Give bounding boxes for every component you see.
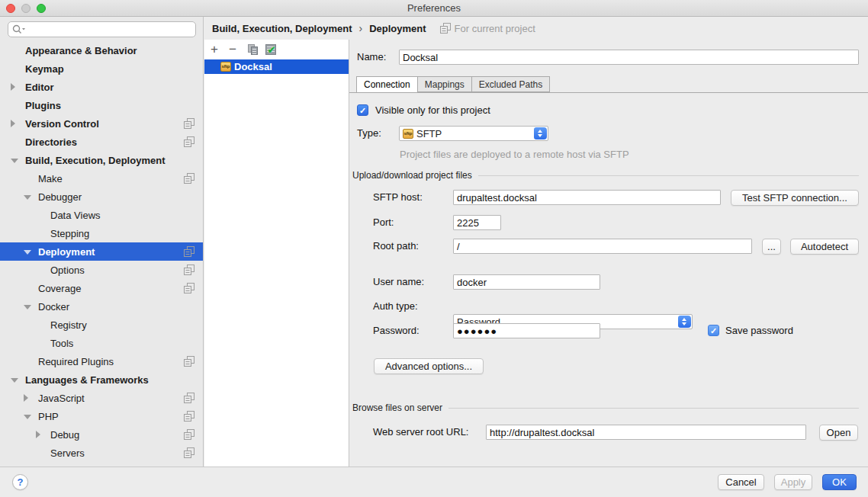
type-select[interactable]: sftp SFTP: [399, 126, 548, 141]
sidebar-item-docker[interactable]: Docker: [0, 297, 203, 316]
sidebar-item-keymap[interactable]: Keymap: [0, 59, 203, 78]
sidebar-item-version-control[interactable]: Version Control: [0, 114, 203, 133]
sidebar-item-debug[interactable]: Debug: [0, 425, 203, 444]
save-password-checkbox[interactable]: ✓: [708, 325, 719, 336]
copy-server-icon[interactable]: [248, 44, 258, 55]
sidebar-item-servers[interactable]: Servers: [0, 444, 203, 462]
sidebar-item-registry[interactable]: Registry: [0, 316, 203, 334]
browse-root-path-button[interactable]: ...: [762, 239, 781, 255]
preferences-window: Preferences Appearance & BehaviorKeymapE…: [0, 0, 868, 497]
sftp-icon: sftp: [403, 129, 413, 139]
breadcrumb-item-parent[interactable]: Build, Execution, Deployment: [212, 23, 352, 34]
sidebar-item-label: Editor: [25, 82, 54, 93]
scope-label: For current project: [455, 23, 535, 34]
add-server-button[interactable]: +: [206, 42, 223, 57]
password-label: Password:: [373, 323, 420, 338]
sidebar-tree: Appearance & BehaviorKeymapEditorPlugins…: [0, 41, 203, 462]
sftp-host-input[interactable]: [453, 190, 721, 205]
down-arrow-icon[interactable]: [24, 415, 31, 419]
upload-group-header: Upload/download project files: [352, 170, 859, 181]
user-name-input[interactable]: [453, 274, 600, 290]
help-button[interactable]: ?: [12, 474, 28, 490]
search-input[interactable]: [8, 21, 196, 37]
sidebar-item-label: Data Views: [50, 210, 101, 221]
sidebar-item-data-views[interactable]: Data Views: [0, 206, 203, 224]
upload-group-title: Upload/download project files: [352, 170, 472, 181]
sidebar-item-javascript[interactable]: JavaScript: [0, 389, 203, 407]
sidebar-item-tools[interactable]: Tools: [0, 334, 203, 352]
tab-mappings[interactable]: Mappings: [418, 76, 471, 92]
scope-indicator: For current project: [440, 23, 535, 34]
down-arrow-icon[interactable]: [11, 378, 18, 383]
ok-button[interactable]: OK: [822, 474, 857, 490]
sidebar-item-options[interactable]: Options: [0, 261, 203, 279]
cancel-button[interactable]: Cancel: [718, 474, 764, 490]
server-list-item-docksal[interactable]: sftpDocksal: [204, 59, 349, 74]
sidebar-item-debugger[interactable]: Debugger: [0, 188, 203, 206]
root-path-label: Root path:: [373, 239, 419, 254]
breadcrumb-item-current: Deployment: [369, 23, 426, 34]
sidebar-item-label: Deployment: [38, 246, 95, 258]
per-project-icon: [184, 265, 194, 275]
autodetect-button[interactable]: Autodetect: [790, 239, 859, 255]
server-item-label: Docksal: [234, 61, 272, 72]
web-root-input[interactable]: [486, 425, 806, 440]
sidebar-item-languages-frameworks[interactable]: Languages & Frameworks: [0, 370, 203, 389]
visible-only-checkbox[interactable]: ✓: [357, 104, 368, 116]
password-input[interactable]: [453, 323, 600, 338]
set-default-server-icon[interactable]: ✔: [265, 44, 276, 55]
per-project-icon: [184, 393, 194, 403]
port-label: Port:: [373, 215, 394, 230]
down-arrow-icon[interactable]: [24, 195, 31, 200]
user-name-label: User name:: [373, 274, 424, 290]
group-divider: [448, 408, 859, 409]
sidebar-item-directories[interactable]: Directories: [0, 133, 203, 151]
remove-server-button[interactable]: −: [224, 42, 241, 57]
root-path-input[interactable]: [453, 239, 752, 254]
title-bar: Preferences: [0, 0, 868, 17]
window-title: Preferences: [0, 2, 868, 14]
tab-connection[interactable]: Connection: [356, 76, 418, 93]
per-project-icon: [184, 246, 194, 257]
sftp-host-label: SFTP host:: [373, 190, 423, 205]
right-arrow-icon[interactable]: [24, 394, 28, 402]
apply-button[interactable]: Apply: [774, 474, 812, 490]
per-project-icon: [184, 356, 194, 367]
down-arrow-icon[interactable]: [24, 305, 31, 309]
open-url-button[interactable]: Open: [819, 425, 858, 441]
dialog-footer: ? Cancel Apply OK: [0, 467, 868, 497]
right-arrow-icon[interactable]: [11, 120, 15, 127]
sidebar-item-deployment[interactable]: Deployment: [0, 242, 203, 261]
type-value: SFTP: [416, 128, 442, 139]
per-project-icon: [184, 173, 194, 184]
down-arrow-icon[interactable]: [11, 159, 18, 163]
per-project-icon: [184, 447, 194, 458]
tab-excluded-paths[interactable]: Excluded Paths: [471, 76, 550, 92]
name-input[interactable]: [399, 50, 859, 65]
sidebar-item-label: Debugger: [38, 191, 82, 203]
sidebar-item-editor[interactable]: Editor: [0, 78, 203, 96]
port-input[interactable]: [453, 215, 501, 230]
sidebar-item-required-plugins[interactable]: Required Plugins: [0, 352, 203, 370]
sidebar-item-php[interactable]: PHP: [0, 407, 203, 425]
sidebar-item-label: Languages & Frameworks: [25, 374, 149, 386]
down-arrow-icon[interactable]: [24, 250, 31, 255]
sidebar-item-label: Debug: [50, 429, 79, 441]
sidebar-item-make[interactable]: Make: [0, 169, 203, 188]
test-sftp-connection-button[interactable]: Test SFTP connection...: [731, 190, 859, 206]
sidebar-item-coverage[interactable]: Coverage: [0, 279, 203, 297]
server-list-toolbar: + − ✔: [204, 40, 349, 59]
sidebar-item-stepping[interactable]: Stepping: [0, 224, 203, 242]
sidebar-item-label: PHP: [38, 411, 59, 422]
right-arrow-icon[interactable]: [11, 83, 15, 91]
sidebar-item-plugins[interactable]: Plugins: [0, 96, 203, 114]
sidebar-item-label: JavaScript: [38, 393, 85, 404]
stepper-arrows-icon: [678, 316, 691, 328]
sidebar-item-appearance-behavior[interactable]: Appearance & Behavior: [0, 41, 203, 59]
right-arrow-icon[interactable]: [36, 431, 40, 438]
sidebar-item-build-execution-deployment[interactable]: Build, Execution, Deployment: [0, 151, 203, 169]
per-project-icon: [184, 429, 194, 440]
deployment-form: Name: ConnectionMappingsExcluded Paths ✓…: [349, 40, 868, 467]
breadcrumb: Build, Execution, Deployment › Deploymen…: [204, 17, 868, 40]
advanced-options-button[interactable]: Advanced options...: [374, 358, 484, 374]
